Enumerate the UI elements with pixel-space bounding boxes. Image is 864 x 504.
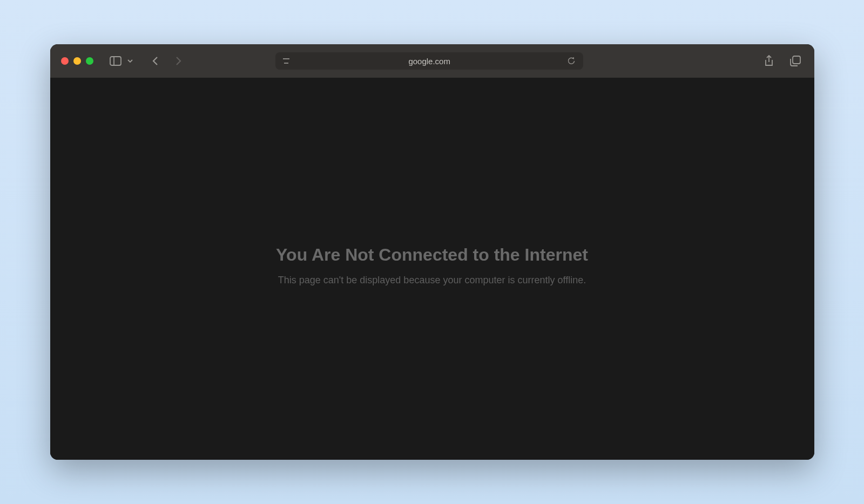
toolbar-right-buttons bbox=[762, 53, 803, 69]
share-button[interactable] bbox=[762, 53, 776, 69]
svg-rect-3 bbox=[284, 63, 288, 64]
window-controls bbox=[61, 57, 93, 65]
sidebar-dropdown-button[interactable] bbox=[125, 57, 136, 65]
share-icon bbox=[764, 55, 774, 67]
chevron-right-icon bbox=[174, 56, 182, 66]
error-message: This page can't be displayed because you… bbox=[278, 275, 586, 286]
tabs-button[interactable] bbox=[788, 53, 803, 69]
url-text: google.com bbox=[408, 57, 450, 66]
close-window-button[interactable] bbox=[61, 57, 69, 65]
sidebar-toggle-button[interactable] bbox=[107, 54, 124, 68]
chevron-left-icon bbox=[152, 56, 159, 66]
tabs-icon bbox=[790, 56, 801, 66]
error-heading: You Are Not Connected to the Internet bbox=[276, 245, 588, 265]
svg-rect-0 bbox=[110, 57, 121, 65]
sidebar-icon bbox=[110, 56, 122, 66]
svg-rect-2 bbox=[283, 58, 289, 59]
reload-icon bbox=[567, 57, 576, 65]
back-button[interactable] bbox=[150, 53, 161, 69]
svg-rect-5 bbox=[793, 56, 800, 64]
navigation-buttons bbox=[150, 53, 184, 69]
sidebar-toggle-group bbox=[107, 54, 136, 68]
page-content: You Are Not Connected to the Internet Th… bbox=[50, 78, 814, 460]
browser-window: google.com bbox=[50, 44, 814, 460]
forward-button[interactable] bbox=[172, 53, 184, 69]
svg-marker-4 bbox=[572, 57, 574, 59]
minimize-window-button[interactable] bbox=[73, 57, 81, 65]
chevron-down-icon bbox=[127, 59, 133, 63]
reload-button[interactable] bbox=[565, 55, 578, 67]
text-size-icon bbox=[283, 57, 292, 65]
site-settings-button[interactable] bbox=[281, 55, 294, 67]
browser-toolbar: google.com bbox=[50, 44, 814, 78]
maximize-window-button[interactable] bbox=[86, 57, 93, 65]
address-bar[interactable]: google.com bbox=[275, 52, 583, 70]
